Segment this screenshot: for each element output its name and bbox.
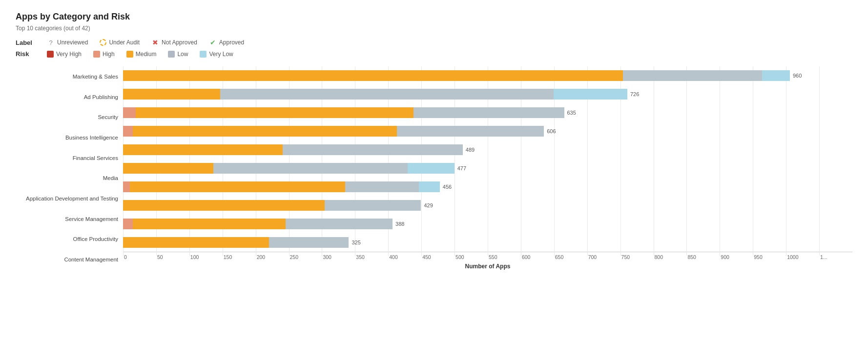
y-axis-label: Service Management <box>65 210 118 228</box>
segment-low <box>623 70 762 81</box>
bar-track: 388 <box>123 219 852 229</box>
segment-very-low <box>762 70 790 81</box>
chart-subtitle: Top 10 categories (out of 42) <box>16 25 852 32</box>
bar-value: 477 <box>457 165 466 171</box>
y-axis-label: Marketing & Sales <box>73 67 118 86</box>
x-tick: 600 <box>521 254 554 260</box>
bar-row: 635 <box>123 103 852 122</box>
y-axis-label: Financial Services <box>73 149 118 167</box>
legend-not-approved: ✖ Not Approved <box>151 39 197 46</box>
bar-track: 960 <box>123 70 852 81</box>
bar-row: 477 <box>123 159 852 178</box>
x-tick: 450 <box>421 254 455 260</box>
segment-high <box>123 219 133 229</box>
medium-swatch <box>126 51 133 58</box>
x-tick: 1000 <box>786 254 819 260</box>
bar-row: 726 <box>123 85 852 103</box>
segment-low <box>397 126 544 137</box>
y-axis-label: Ad Publishing <box>84 88 118 106</box>
x-tick: 100 <box>189 254 223 260</box>
x-tick: 200 <box>256 254 289 260</box>
x-tick: 800 <box>654 254 687 260</box>
segment-very-low <box>419 181 440 192</box>
bar-value: 325 <box>351 240 360 245</box>
legend-unreviewed: ? Unreviewed <box>47 39 88 46</box>
bar-track: 325 <box>123 237 852 248</box>
bar-row: 388 <box>123 215 852 233</box>
bar-value: 489 <box>466 147 475 153</box>
y-axis-label: Content Management <box>64 250 118 269</box>
segment-medium <box>123 70 623 81</box>
x-tick: 50 <box>156 254 189 260</box>
bar-track: 635 <box>123 107 852 118</box>
y-axis-label: Office Productivity <box>73 230 118 248</box>
legend-medium: Medium <box>126 51 157 58</box>
x-tick: 400 <box>388 254 421 260</box>
segment-low <box>325 200 421 211</box>
x-tick: 850 <box>686 254 720 260</box>
legend-under-audit: Under Audit <box>100 39 140 46</box>
segment-very-low <box>408 163 454 174</box>
segment-low <box>283 144 463 155</box>
high-swatch <box>93 51 100 58</box>
segment-medium <box>133 126 397 137</box>
legend-high: High <box>93 51 115 58</box>
segment-low <box>213 163 408 174</box>
segment-low <box>220 89 554 100</box>
segment-medium <box>123 89 220 100</box>
risk-legend-key: Risk <box>16 50 33 58</box>
segment-medium <box>123 237 269 248</box>
chart-title: Apps by Category and Risk <box>16 12 852 22</box>
not-approved-icon: ✖ <box>151 39 159 46</box>
bar-row: 325 <box>123 233 852 252</box>
legend-low: Low <box>168 51 188 58</box>
segment-low <box>286 219 393 229</box>
x-tick: 300 <box>322 254 355 260</box>
x-tick: 700 <box>587 254 620 260</box>
unreviewed-icon: ? <box>47 39 55 46</box>
under-audit-icon <box>100 39 106 46</box>
segment-low <box>269 237 349 248</box>
bar-track: 477 <box>123 163 852 174</box>
y-axis-label: Application Development and Testing <box>26 189 118 208</box>
x-tick: 550 <box>488 254 521 260</box>
segment-high <box>123 126 133 137</box>
bars-container: 960726635606489477456429388325 050100150… <box>123 66 852 270</box>
bar-row: 606 <box>123 122 852 140</box>
segment-very-low <box>554 89 627 100</box>
bar-row: 456 <box>123 178 852 196</box>
legend-very-high: Very High <box>47 51 82 58</box>
approved-icon: ✔ <box>209 39 217 46</box>
x-tick: 500 <box>455 254 488 260</box>
low-swatch <box>168 51 175 58</box>
bar-track: 489 <box>123 144 852 155</box>
segment-high <box>123 181 130 192</box>
bar-row: 429 <box>123 196 852 215</box>
segment-medium <box>136 107 413 118</box>
segment-low <box>413 107 564 118</box>
y-axis-label: Media <box>103 169 118 187</box>
segment-high <box>123 107 136 118</box>
bar-value: 635 <box>567 110 576 116</box>
bar-track: 606 <box>123 126 852 137</box>
segment-low <box>345 181 419 192</box>
x-tick: 250 <box>289 254 322 260</box>
bar-track: 429 <box>123 200 852 211</box>
bar-track: 726 <box>123 89 852 100</box>
bar-value: 456 <box>443 184 452 190</box>
x-tick: 0 <box>123 254 156 260</box>
legend-approved: ✔ Approved <box>209 39 244 46</box>
very-low-swatch <box>200 51 207 58</box>
x-tick: 750 <box>620 254 654 260</box>
bar-value: 726 <box>630 91 639 97</box>
x-tick: 1... <box>819 254 852 260</box>
x-tick: 900 <box>720 254 753 260</box>
segment-medium <box>123 144 283 155</box>
bar-value: 429 <box>424 202 433 208</box>
bar-row: 489 <box>123 140 852 159</box>
segment-medium <box>123 163 213 174</box>
bar-track: 456 <box>123 181 852 192</box>
y-axis-labels: Marketing & SalesAd PublishingSecurityBu… <box>16 66 123 270</box>
label-legend-key: Label <box>16 39 33 46</box>
x-tick: 350 <box>355 254 388 260</box>
